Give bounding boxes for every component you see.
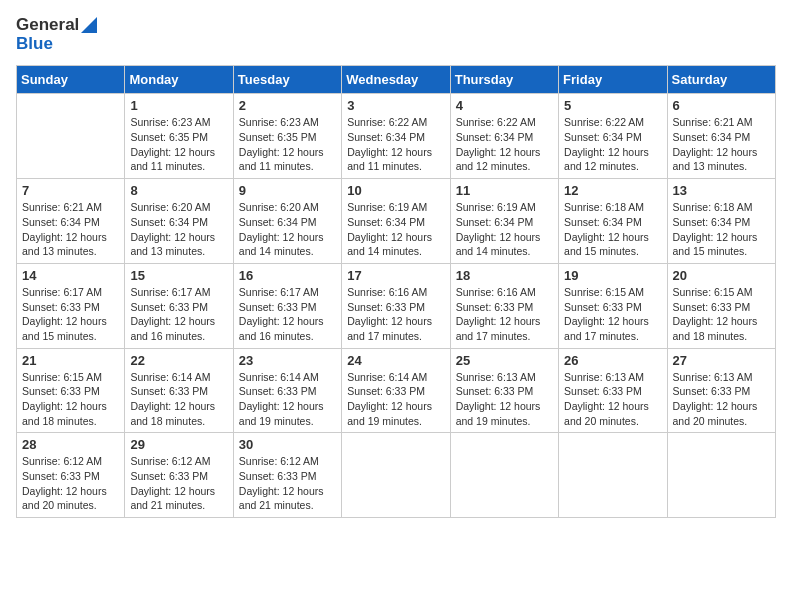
day-info: Sunrise: 6:13 AMSunset: 6:33 PMDaylight:… [673,370,770,429]
day-info: Sunrise: 6:23 AMSunset: 6:35 PMDaylight:… [239,115,336,174]
day-number: 5 [564,98,661,113]
day-info: Sunrise: 6:12 AMSunset: 6:33 PMDaylight:… [22,454,119,513]
weekday-header-monday: Monday [125,66,233,94]
day-info: Sunrise: 6:13 AMSunset: 6:33 PMDaylight:… [564,370,661,429]
calendar-cell: 8Sunrise: 6:20 AMSunset: 6:34 PMDaylight… [125,179,233,264]
calendar-cell: 29Sunrise: 6:12 AMSunset: 6:33 PMDayligh… [125,433,233,518]
day-number: 21 [22,353,119,368]
calendar-cell: 7Sunrise: 6:21 AMSunset: 6:34 PMDaylight… [17,179,125,264]
calendar-cell: 18Sunrise: 6:16 AMSunset: 6:33 PMDayligh… [450,263,558,348]
calendar-cell: 30Sunrise: 6:12 AMSunset: 6:33 PMDayligh… [233,433,341,518]
day-number: 13 [673,183,770,198]
weekday-header-row: SundayMondayTuesdayWednesdayThursdayFrid… [17,66,776,94]
calendar-week-2: 7Sunrise: 6:21 AMSunset: 6:34 PMDaylight… [17,179,776,264]
calendar-cell [342,433,450,518]
calendar-cell: 19Sunrise: 6:15 AMSunset: 6:33 PMDayligh… [559,263,667,348]
calendar-cell: 20Sunrise: 6:15 AMSunset: 6:33 PMDayligh… [667,263,775,348]
calendar-cell: 27Sunrise: 6:13 AMSunset: 6:33 PMDayligh… [667,348,775,433]
day-number: 6 [673,98,770,113]
calendar-table: SundayMondayTuesdayWednesdayThursdayFrid… [16,65,776,518]
calendar-cell: 23Sunrise: 6:14 AMSunset: 6:33 PMDayligh… [233,348,341,433]
calendar-cell: 14Sunrise: 6:17 AMSunset: 6:33 PMDayligh… [17,263,125,348]
day-number: 25 [456,353,553,368]
day-info: Sunrise: 6:17 AMSunset: 6:33 PMDaylight:… [239,285,336,344]
calendar-week-4: 21Sunrise: 6:15 AMSunset: 6:33 PMDayligh… [17,348,776,433]
day-number: 2 [239,98,336,113]
day-number: 8 [130,183,227,198]
calendar-cell: 9Sunrise: 6:20 AMSunset: 6:34 PMDaylight… [233,179,341,264]
day-number: 15 [130,268,227,283]
day-number: 7 [22,183,119,198]
day-number: 11 [456,183,553,198]
page-header: GeneralBlue [16,16,776,53]
day-number: 9 [239,183,336,198]
day-info: Sunrise: 6:13 AMSunset: 6:33 PMDaylight:… [456,370,553,429]
day-info: Sunrise: 6:14 AMSunset: 6:33 PMDaylight:… [239,370,336,429]
day-number: 12 [564,183,661,198]
calendar-cell: 12Sunrise: 6:18 AMSunset: 6:34 PMDayligh… [559,179,667,264]
calendar-cell: 22Sunrise: 6:14 AMSunset: 6:33 PMDayligh… [125,348,233,433]
day-number: 24 [347,353,444,368]
calendar-cell: 17Sunrise: 6:16 AMSunset: 6:33 PMDayligh… [342,263,450,348]
calendar-week-1: 1Sunrise: 6:23 AMSunset: 6:35 PMDaylight… [17,94,776,179]
logo: GeneralBlue [16,16,97,53]
day-info: Sunrise: 6:17 AMSunset: 6:33 PMDaylight:… [22,285,119,344]
calendar-cell [559,433,667,518]
day-info: Sunrise: 6:15 AMSunset: 6:33 PMDaylight:… [673,285,770,344]
day-info: Sunrise: 6:20 AMSunset: 6:34 PMDaylight:… [239,200,336,259]
calendar-cell: 3Sunrise: 6:22 AMSunset: 6:34 PMDaylight… [342,94,450,179]
day-info: Sunrise: 6:15 AMSunset: 6:33 PMDaylight:… [564,285,661,344]
day-number: 29 [130,437,227,452]
day-number: 20 [673,268,770,283]
calendar-cell [667,433,775,518]
day-info: Sunrise: 6:16 AMSunset: 6:33 PMDaylight:… [347,285,444,344]
calendar-cell: 25Sunrise: 6:13 AMSunset: 6:33 PMDayligh… [450,348,558,433]
day-number: 1 [130,98,227,113]
day-number: 19 [564,268,661,283]
day-info: Sunrise: 6:22 AMSunset: 6:34 PMDaylight:… [564,115,661,174]
calendar-cell: 11Sunrise: 6:19 AMSunset: 6:34 PMDayligh… [450,179,558,264]
day-info: Sunrise: 6:22 AMSunset: 6:34 PMDaylight:… [456,115,553,174]
calendar-cell: 1Sunrise: 6:23 AMSunset: 6:35 PMDaylight… [125,94,233,179]
day-number: 3 [347,98,444,113]
weekday-header-friday: Friday [559,66,667,94]
calendar-cell: 5Sunrise: 6:22 AMSunset: 6:34 PMDaylight… [559,94,667,179]
weekday-header-thursday: Thursday [450,66,558,94]
day-info: Sunrise: 6:14 AMSunset: 6:33 PMDaylight:… [347,370,444,429]
day-number: 27 [673,353,770,368]
day-info: Sunrise: 6:19 AMSunset: 6:34 PMDaylight:… [456,200,553,259]
day-info: Sunrise: 6:12 AMSunset: 6:33 PMDaylight:… [239,454,336,513]
day-number: 18 [456,268,553,283]
day-info: Sunrise: 6:23 AMSunset: 6:35 PMDaylight:… [130,115,227,174]
calendar-cell: 16Sunrise: 6:17 AMSunset: 6:33 PMDayligh… [233,263,341,348]
calendar-cell: 6Sunrise: 6:21 AMSunset: 6:34 PMDaylight… [667,94,775,179]
day-info: Sunrise: 6:18 AMSunset: 6:34 PMDaylight:… [673,200,770,259]
day-info: Sunrise: 6:12 AMSunset: 6:33 PMDaylight:… [130,454,227,513]
day-info: Sunrise: 6:22 AMSunset: 6:34 PMDaylight:… [347,115,444,174]
day-number: 28 [22,437,119,452]
day-info: Sunrise: 6:14 AMSunset: 6:33 PMDaylight:… [130,370,227,429]
day-info: Sunrise: 6:21 AMSunset: 6:34 PMDaylight:… [22,200,119,259]
weekday-header-saturday: Saturday [667,66,775,94]
day-info: Sunrise: 6:18 AMSunset: 6:34 PMDaylight:… [564,200,661,259]
calendar-week-5: 28Sunrise: 6:12 AMSunset: 6:33 PMDayligh… [17,433,776,518]
weekday-header-sunday: Sunday [17,66,125,94]
calendar-cell: 15Sunrise: 6:17 AMSunset: 6:33 PMDayligh… [125,263,233,348]
calendar-cell: 21Sunrise: 6:15 AMSunset: 6:33 PMDayligh… [17,348,125,433]
day-info: Sunrise: 6:21 AMSunset: 6:34 PMDaylight:… [673,115,770,174]
weekday-header-wednesday: Wednesday [342,66,450,94]
day-number: 16 [239,268,336,283]
calendar-cell [450,433,558,518]
day-number: 4 [456,98,553,113]
weekday-header-tuesday: Tuesday [233,66,341,94]
day-number: 14 [22,268,119,283]
calendar-cell [17,94,125,179]
calendar-cell: 24Sunrise: 6:14 AMSunset: 6:33 PMDayligh… [342,348,450,433]
day-info: Sunrise: 6:15 AMSunset: 6:33 PMDaylight:… [22,370,119,429]
calendar-cell: 13Sunrise: 6:18 AMSunset: 6:34 PMDayligh… [667,179,775,264]
day-number: 23 [239,353,336,368]
calendar-cell: 10Sunrise: 6:19 AMSunset: 6:34 PMDayligh… [342,179,450,264]
day-info: Sunrise: 6:16 AMSunset: 6:33 PMDaylight:… [456,285,553,344]
calendar-week-3: 14Sunrise: 6:17 AMSunset: 6:33 PMDayligh… [17,263,776,348]
day-number: 10 [347,183,444,198]
